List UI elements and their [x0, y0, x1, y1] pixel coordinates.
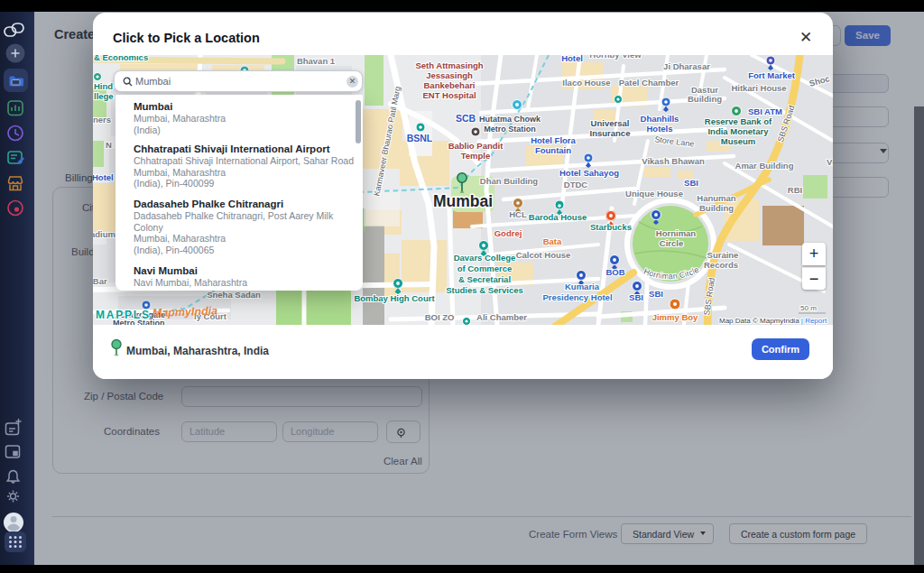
- svg-text:Map Data © MapmyIndia | Report: Map Data © MapmyIndia | Report: [719, 317, 827, 325]
- svg-text:MapmyIndia: MapmyIndia: [152, 304, 218, 319]
- svg-text:Universal: Universal: [591, 118, 630, 128]
- svg-text:Unique House: Unique House: [625, 189, 683, 199]
- svg-text:Kumaria: Kumaria: [565, 282, 600, 291]
- svg-text:Calcot House: Calcot House: [516, 250, 571, 260]
- svg-text:Temple: Temple: [461, 151, 491, 161]
- svg-text:Studies & Services: Studies & Services: [446, 285, 523, 295]
- svg-text:Godrej: Godrej: [494, 228, 522, 238]
- svg-text:& Secretarial: & Secretarial: [458, 274, 511, 284]
- svg-text:Reserve Bank of: Reserve Bank of: [705, 116, 772, 126]
- svg-text:Starbucks: Starbucks: [590, 222, 632, 232]
- svg-text:BOI ZO: BOI ZO: [425, 312, 455, 322]
- svg-text:Davars College: Davars College: [454, 253, 516, 263]
- svg-text:Dhan Building: Dhan Building: [480, 176, 539, 186]
- svg-text:ners: ners: [93, 115, 111, 125]
- svg-text:N: N: [106, 140, 112, 150]
- svg-text:Amar Building: Amar Building: [735, 161, 794, 171]
- svg-text:SBI: SBI: [649, 289, 663, 299]
- svg-text:Dhanhills: Dhanhills: [641, 114, 679, 124]
- svg-text:SBI ATM: SBI ATM: [748, 106, 782, 116]
- svg-text:Vil: Vil: [827, 157, 833, 167]
- svg-text:Hotels: Hotels: [646, 124, 672, 134]
- svg-text:Jessasingh: Jessasingh: [426, 70, 473, 80]
- svg-text:t Bar: t Bar: [93, 276, 107, 286]
- svg-text:Bankebehari: Bankebehari: [423, 80, 475, 90]
- svg-text:Bhavan 1: Bhavan 1: [297, 56, 336, 66]
- svg-text:Presidency Hotel: Presidency Hotel: [542, 292, 612, 302]
- svg-text:llege: llege: [94, 91, 114, 101]
- svg-text:adium: adium: [93, 229, 116, 239]
- svg-text:Bata: Bata: [543, 236, 562, 246]
- svg-text:Hutatma Chowk: Hutatma Chowk: [479, 115, 541, 124]
- svg-text:Fountain: Fountain: [535, 145, 571, 155]
- svg-text:Hotel: Hotel: [93, 172, 114, 182]
- svg-text:Ali Chamber: Ali Chamber: [476, 312, 527, 322]
- svg-text:Suraine: Suraine: [707, 250, 739, 260]
- svg-text:Metro Station: Metro Station: [484, 125, 536, 134]
- svg-text:& Economics: & Economics: [94, 55, 148, 62]
- svg-text:RBI: RBI: [788, 185, 802, 195]
- svg-text:Hotel Sahayog: Hotel Sahayog: [559, 168, 619, 178]
- svg-text:Ilaco House: Ilaco House: [562, 78, 610, 88]
- svg-text:Hotel Flora: Hotel Flora: [531, 135, 576, 145]
- svg-text:Building: Building: [688, 94, 722, 104]
- svg-text:Hind: Hind: [94, 81, 113, 91]
- svg-text:SBI: SBI: [684, 178, 698, 188]
- svg-text:Baroda House: Baroda House: [529, 212, 587, 222]
- svg-text:Vikash Bhawan: Vikash Bhawan: [642, 156, 705, 166]
- svg-text:Fort Market: Fort Market: [748, 70, 796, 80]
- svg-text:Bablio Pandit: Bablio Pandit: [448, 141, 504, 151]
- svg-text:Jimmy Boy: Jimmy Boy: [652, 312, 698, 322]
- svg-text:ENT Hospital: ENT Hospital: [422, 90, 476, 100]
- svg-text:HCL: HCL: [509, 209, 527, 219]
- svg-text:BOB: BOB: [605, 267, 624, 277]
- svg-text:Seth Attmasingh: Seth Attmasingh: [415, 60, 483, 70]
- svg-text:Museum: Museum: [721, 136, 756, 146]
- svg-text:Patel Chamber: Patel Chamber: [619, 78, 679, 88]
- svg-text:India Monetary: India Monetary: [707, 126, 769, 136]
- svg-text:Ji Dharasar: Ji Dharasar: [663, 61, 710, 71]
- svg-text:DTDC: DTDC: [564, 180, 588, 189]
- svg-text:Sneha Sadan: Sneha Sadan: [207, 290, 261, 300]
- svg-text:Hornby View: Hornby View: [589, 55, 642, 60]
- svg-text:Hanuman: Hanuman: [697, 193, 735, 203]
- svg-text:50 m: 50 m: [800, 304, 817, 312]
- svg-text:Insurance: Insurance: [590, 128, 631, 138]
- svg-text:Building: Building: [699, 203, 734, 213]
- svg-text:BSNL: BSNL: [407, 133, 433, 143]
- svg-text:MAPPLS: MAPPLS: [96, 309, 151, 321]
- svg-text:SCB: SCB: [456, 113, 476, 124]
- svg-text:Mumbai: Mumbai: [433, 192, 493, 210]
- svg-text:Hitkari House: Hitkari House: [731, 83, 786, 93]
- svg-text:of Commerce: of Commerce: [457, 263, 513, 273]
- svg-text:Circle: Circle: [660, 238, 683, 248]
- svg-text:Horniman: Horniman: [656, 228, 697, 238]
- svg-text:Bombay High Court: Bombay High Court: [354, 293, 435, 303]
- svg-text:SBI: SBI: [629, 292, 643, 302]
- svg-text:Hotel: Hotel: [561, 55, 583, 63]
- svg-text:Records: Records: [704, 260, 738, 270]
